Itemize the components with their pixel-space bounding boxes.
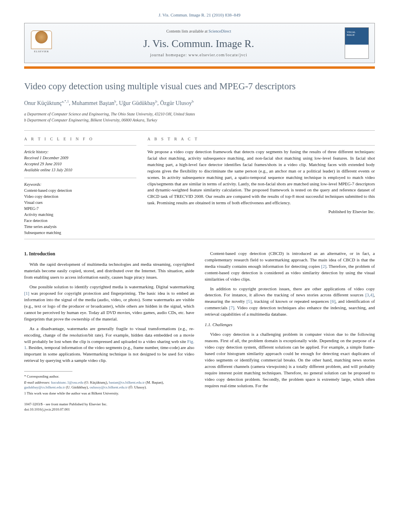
email-link[interactable]: oulusoy@cs.bilkent.edu.tr <box>90 385 128 389</box>
email-owner: (O. Küçüktunç), <box>84 380 108 384</box>
text-run: . Besides, temporal information of the v… <box>24 345 194 363</box>
elsevier-tree-icon <box>31 31 52 49</box>
header-citation: J. Vis. Commun. Image R. 21 (2010) 838–8… <box>24 12 375 18</box>
contents-available-line: Contents lists available at ScienceDirec… <box>58 29 339 34</box>
keywords-block: Keywords: Content-based copy detection V… <box>24 178 136 236</box>
paragraph: With the rapid development of multimedia… <box>24 261 194 281</box>
author-1-sup: a,*,1 <box>62 99 69 103</box>
author-4-sup: b <box>192 99 194 103</box>
paragraph: Content-based copy detection (CBCD) is i… <box>205 251 375 283</box>
text-run: In addition to copyright protection issu… <box>205 286 375 298</box>
email-link[interactable]: gudukbay@cs.bilkent.edu.tr <box>24 385 65 389</box>
paragraph: In addition to copyright protection issu… <box>205 286 375 318</box>
journal-homepage: journal homepage: www.elsevier.com/locat… <box>58 52 339 58</box>
accent-bar <box>24 66 375 69</box>
bottom-meta: 1047-3203/$ - see front matter Published… <box>24 402 194 412</box>
ref-link[interactable]: [1] <box>24 291 29 296</box>
footnote-1: 1 This work was done while the author wa… <box>24 391 194 396</box>
journal-cover-thumbnail <box>345 27 369 59</box>
ref-link[interactable]: [3,4] <box>365 292 374 297</box>
text-run: was proposed for copyright protection an… <box>24 291 194 321</box>
body-text: 1. Introduction With the rapid developme… <box>24 251 375 412</box>
keyword-item: Visual cues <box>24 199 136 205</box>
article-info-heading: A R T I C L E I N F O <box>24 136 136 142</box>
ref-link[interactable]: [7] <box>229 305 234 310</box>
publisher-line: Published by Elsevier Inc. <box>148 209 375 215</box>
text-run: , tracking of known or repeated sequence… <box>252 299 331 304</box>
keyword-item: Video copy detection <box>24 193 136 199</box>
email-owner: (U. Güdükbay), <box>66 385 89 389</box>
divider <box>24 239 375 239</box>
history-received: Received 1 December 2009 <box>24 155 136 161</box>
section-1-1-title: 1.1. Challenges <box>205 322 375 328</box>
affiliation-b: b Department of Computer Engineering, Bi… <box>24 117 375 123</box>
section-1-title: 1. Introduction <box>24 251 194 257</box>
email-owner: (M. Baştan), <box>146 380 164 384</box>
history-online: Available online 13 July 2010 <box>24 167 136 173</box>
email-owner: (Ö. Ulusoy). <box>129 385 147 389</box>
keyword-item: MPEG-7 <box>24 205 136 212</box>
email-link[interactable]: kucuktunc.1@osu.edu <box>51 380 83 384</box>
emails-label: E-mail addresses: <box>24 380 50 384</box>
affiliations: a Department of Computer Science and Eng… <box>24 111 375 123</box>
elsevier-logo: ELSEVIER <box>30 31 53 55</box>
footnotes: * Corresponding author. E-mail addresses… <box>24 374 194 396</box>
author-1: Onur Küçüktunç <box>24 100 62 106</box>
text-run: As a disadvantage, watermarks are genera… <box>24 326 194 344</box>
author-2: Muhammet Baştan <box>72 100 114 106</box>
journal-header-box: ELSEVIER Contents lists available at Sci… <box>24 23 375 63</box>
paragraph: As a disadvantage, watermarks are genera… <box>24 326 194 364</box>
email-addresses: E-mail addresses: kucuktunc.1@osu.edu (O… <box>24 380 194 390</box>
author-4: Özgür Ulusoy <box>160 100 192 106</box>
paragraph: Video copy detection is a challenging pr… <box>205 331 375 389</box>
paragraph: One possible solution to identify copyri… <box>24 284 194 322</box>
keyword-item: Face detection <box>24 218 136 224</box>
corresponding-author-note: * Corresponding author. <box>24 374 194 379</box>
author-2-sup: b <box>114 99 116 103</box>
sciencedirect-link[interactable]: ScienceDirect <box>208 29 231 33</box>
keyword-item: Time series analysis <box>24 224 136 230</box>
article-history: Article history: Received 1 December 200… <box>24 145 136 173</box>
keywords-label: Keywords: <box>24 181 136 187</box>
divider <box>24 130 375 131</box>
email-link[interactable]: bastan@cs.bilkent.edu.tr <box>109 380 145 384</box>
affiliation-a: a Department of Computer Science and Eng… <box>24 111 375 117</box>
history-accepted: Accepted 29 June 2010 <box>24 161 136 167</box>
elsevier-label: ELSEVIER <box>34 50 49 54</box>
abstract-text: We propose a video copy detection framew… <box>148 145 375 206</box>
author-3: Uğur Güdükbay <box>119 100 156 106</box>
ref-link[interactable]: [2] <box>321 264 326 269</box>
text-run: One possible solution to identify copyri… <box>29 284 194 289</box>
abstract-heading: A B S T R A C T <box>148 136 375 142</box>
keyword-item: Subsequence matching <box>24 230 136 236</box>
journal-title: J. Vis. Commun. Image R. <box>58 37 339 51</box>
keyword-item: Content-based copy detection <box>24 187 136 193</box>
ref-link[interactable]: [6] <box>330 299 335 304</box>
author-3-sup: b <box>155 99 157 103</box>
paper-title: Video copy detection using multiple visu… <box>24 80 375 93</box>
footnote-separator <box>24 371 72 372</box>
author-list: Onur Küçüktunça,*,1, Muhammet Baştanb, U… <box>24 99 375 107</box>
contents-prefix: Contents lists available at <box>166 29 208 33</box>
ref-link[interactable]: [5] <box>247 299 252 304</box>
copyright-line: 1047-3203/$ - see front matter Published… <box>24 402 194 407</box>
doi-line: doi:10.1016/j.jvcir.2010.07.001 <box>24 407 194 412</box>
keyword-item: Activity matching <box>24 212 136 218</box>
history-label: Article history: <box>24 149 136 155</box>
